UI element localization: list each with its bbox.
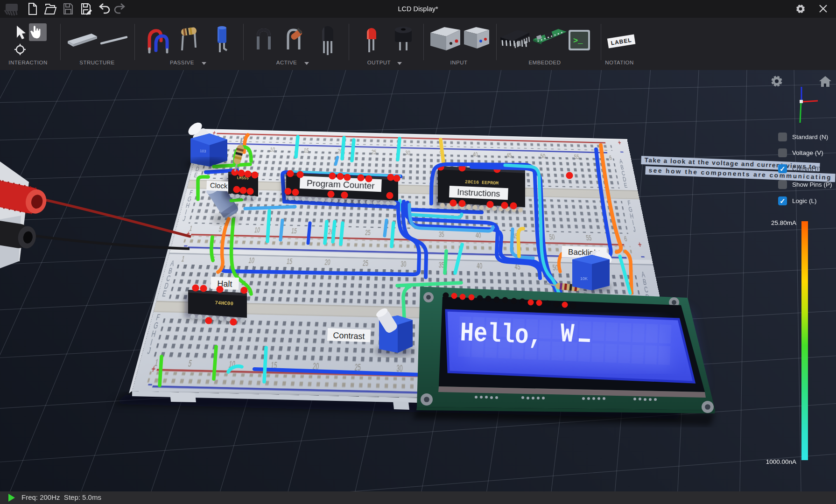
svg-text:103: 103 xyxy=(200,149,206,154)
svg-text:W: W xyxy=(560,319,575,350)
svg-text:>_: >_ xyxy=(573,36,583,45)
svg-text:Contrast: Contrast xyxy=(333,330,365,341)
svg-text:10K: 10K xyxy=(580,276,588,281)
svg-text:Instructions: Instructions xyxy=(457,188,500,199)
svg-text:74HC00: 74HC00 xyxy=(215,300,233,307)
svg-text:Clock: Clock xyxy=(210,181,228,189)
svg-text:Hello,: Hello, xyxy=(459,318,543,352)
